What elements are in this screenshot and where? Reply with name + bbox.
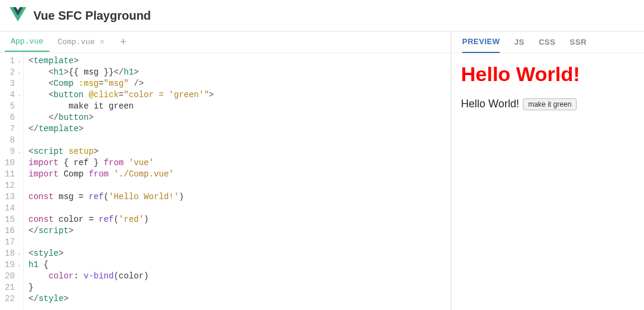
gutter-line: 22 — [5, 293, 21, 305]
gutter-line: 4⌄ — [5, 89, 21, 101]
editor-pane: App.vueComp.vue×+ 1⌄2⌄34⌄56789⌄101112131… — [0, 32, 451, 310]
output-tab-css[interactable]: CSS — [538, 32, 555, 52]
fold-icon[interactable]: ⌄ — [16, 55, 21, 67]
file-tab-comp-vue[interactable]: Comp.vue× — [52, 33, 111, 52]
main-split: App.vueComp.vue×+ 1⌄2⌄34⌄56789⌄101112131… — [0, 32, 644, 310]
gutter-line: 6 — [5, 112, 21, 123]
code-line[interactable]: import { ref } from 'vue' — [29, 157, 214, 169]
add-tab-button[interactable]: + — [113, 33, 134, 51]
gutter-line: 3 — [5, 78, 21, 89]
app-title: Vue SFC Playground — [33, 9, 151, 23]
gutter-line: 17 — [5, 237, 21, 248]
code-line[interactable]: import Comp from './Comp.vue' — [29, 169, 214, 180]
output-tab-js[interactable]: JS — [514, 32, 524, 52]
output-tab-preview[interactable]: PREVIEW — [462, 31, 500, 53]
fold-icon[interactable]: ⌄ — [16, 67, 21, 78]
code-line[interactable]: const msg = ref('Hello World!') — [29, 191, 214, 203]
code-line[interactable]: </button> — [29, 112, 214, 123]
fold-icon[interactable]: ⌄ — [16, 89, 21, 101]
make-green-button[interactable]: make it green — [523, 98, 577, 110]
code-line[interactable]: </style> — [29, 293, 214, 305]
gutter-line: 16 — [5, 225, 21, 237]
code-line[interactable] — [29, 237, 214, 248]
fold-icon[interactable]: ⌄ — [16, 248, 21, 259]
code-line[interactable]: <button @click="color = 'green'"> — [29, 89, 214, 101]
gutter-line: 14 — [5, 203, 21, 214]
preview-row: Hello World! make it green — [461, 98, 634, 110]
code-line[interactable] — [29, 135, 214, 146]
gutter-line: 2⌄ — [5, 67, 21, 78]
code-line[interactable]: const color = ref('red') — [29, 214, 214, 225]
code-line[interactable]: <Comp :msg="msg" /> — [29, 78, 214, 89]
gutter-line: 13 — [5, 191, 21, 203]
output-tab-ssr[interactable]: SSR — [570, 32, 587, 52]
gutter-line: 12 — [5, 180, 21, 191]
code-line[interactable]: color: v-bind(color) — [29, 271, 214, 282]
gutter-line: 8 — [5, 135, 21, 146]
close-icon[interactable]: × — [100, 38, 104, 47]
vue-logo-icon — [10, 6, 26, 25]
code-line[interactable] — [29, 180, 214, 191]
gutter-line: 10 — [5, 157, 21, 169]
fold-icon[interactable]: ⌄ — [16, 146, 21, 157]
code-line[interactable]: <h1>{{ msg }}</h1> — [29, 67, 214, 78]
code-line[interactable]: } — [29, 282, 214, 293]
file-tab-label: Comp.vue — [58, 38, 95, 46]
gutter-line: 20 — [5, 271, 21, 282]
gutter-line: 1⌄ — [5, 55, 21, 67]
gutter-line: 7 — [5, 123, 21, 135]
code-content[interactable]: <template> <h1>{{ msg }}</h1> <Comp :msg… — [24, 53, 219, 310]
gutter-line: 19⌄ — [5, 259, 21, 271]
code-line[interactable]: <template> — [29, 55, 214, 67]
gutter-line: 15 — [5, 214, 21, 225]
preview-msg: Hello World! — [461, 98, 519, 110]
code-line[interactable]: h1 { — [29, 259, 214, 271]
gutter-line: 18⌄ — [5, 248, 21, 259]
file-tab-label: App.vue — [11, 37, 44, 46]
code-editor[interactable]: 1⌄2⌄34⌄56789⌄101112131415161718⌄19⌄20212… — [0, 53, 451, 310]
gutter-line: 5 — [5, 101, 21, 112]
preview-content: Hello World! Hello World! make it green — [451, 53, 644, 310]
code-line[interactable]: <script setup> — [29, 146, 214, 157]
gutter-line: 9⌄ — [5, 146, 21, 157]
code-line[interactable]: </script> — [29, 225, 214, 237]
app-header: Vue SFC Playground — [0, 0, 644, 32]
gutter-line: 11 — [5, 169, 21, 180]
file-tabs: App.vueComp.vue×+ — [0, 32, 451, 53]
line-gutter: 1⌄2⌄34⌄56789⌄101112131415161718⌄19⌄20212… — [0, 53, 24, 310]
output-tabs: PREVIEWJSCSSSSR — [451, 32, 644, 53]
fold-icon[interactable]: ⌄ — [16, 259, 21, 271]
code-line[interactable]: </template> — [29, 123, 214, 135]
code-line[interactable]: <style> — [29, 248, 214, 259]
file-tab-app-vue[interactable]: App.vue — [5, 32, 49, 52]
code-line[interactable]: make it green — [29, 101, 214, 112]
code-line[interactable] — [29, 203, 214, 214]
gutter-line: 21 — [5, 282, 21, 293]
preview-heading: Hello World! — [461, 63, 634, 86]
preview-pane: PREVIEWJSCSSSSR Hello World! Hello World… — [451, 32, 644, 310]
